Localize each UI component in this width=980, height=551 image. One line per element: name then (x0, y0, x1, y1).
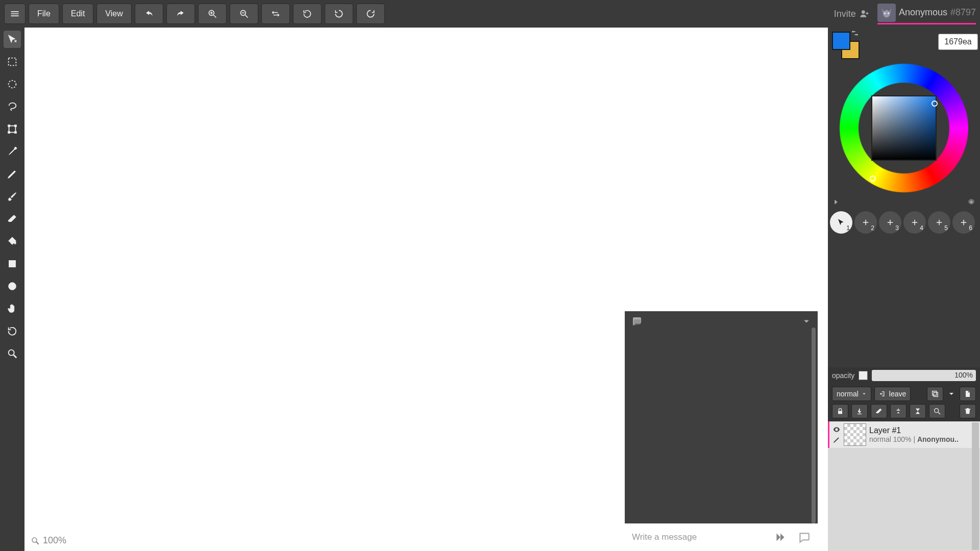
view-menu[interactable]: View (96, 4, 131, 24)
svg-line-28 (938, 412, 940, 414)
brush-icon (7, 191, 18, 202)
pencil-tool[interactable] (4, 165, 21, 183)
eraser-icon (875, 407, 883, 415)
svg-rect-10 (9, 58, 16, 66)
brush-slot-2[interactable]: 2 (854, 211, 877, 234)
edit-menu[interactable]: Edit (62, 4, 94, 24)
chevron-down-icon[interactable] (801, 316, 812, 327)
opacity-lock-checkbox[interactable] (859, 371, 868, 380)
clip-icon (855, 407, 864, 415)
chevron-right-icon[interactable] (832, 198, 840, 206)
invite-user-icon (859, 9, 869, 19)
layer-row[interactable]: Layer #1 normal 100% | Anonymou.. (828, 421, 980, 448)
zoom-out-button[interactable] (230, 4, 258, 24)
eraser-tool[interactable] (4, 210, 21, 228)
rect-select-tool[interactable] (4, 53, 21, 70)
layer-add-button[interactable] (890, 404, 906, 418)
hex-input[interactable] (938, 34, 978, 50)
layers-list: Layer #1 normal 100% | Anonymou.. (828, 421, 980, 551)
ellipse-select-tool[interactable] (4, 76, 21, 93)
sv-handle[interactable] (932, 101, 938, 107)
foreground-swatch[interactable] (832, 32, 850, 50)
opacity-slider[interactable]: 100% (872, 370, 976, 381)
reset-rotation-button[interactable] (293, 4, 322, 24)
layer-merge-button[interactable] (910, 404, 926, 418)
opacity-row: opacity 100% (828, 367, 980, 384)
blend-mode-dropdown[interactable]: normal (832, 387, 871, 401)
brush-slot-3[interactable]: 3 (879, 211, 901, 234)
rotate-view-tool[interactable] (4, 322, 21, 340)
layer-duplicate-button[interactable] (927, 387, 943, 401)
caret-down-icon (862, 391, 867, 396)
user-id: #8797 (950, 7, 976, 18)
zoom-out-icon (239, 9, 249, 19)
chat-messages[interactable] (625, 332, 818, 523)
double-chevron-right-icon (774, 531, 787, 544)
layer-lock-button[interactable] (832, 404, 848, 418)
layer-search-button[interactable] (929, 404, 945, 418)
chat-send-button[interactable] (774, 531, 787, 544)
layer-delete-button[interactable] (960, 404, 976, 418)
swap-colors-button[interactable] (850, 29, 860, 39)
swap-icon (850, 29, 860, 38)
rotate-ccw-button[interactable] (325, 4, 353, 24)
new-layer-button[interactable] (960, 387, 976, 401)
merge-icon (914, 407, 922, 415)
brush-slot-4[interactable]: 4 (903, 211, 926, 234)
redo-icon (176, 9, 186, 19)
chat-scrollbar[interactable] (812, 328, 816, 523)
ellipse-shape-tool[interactable] (4, 278, 21, 295)
svg-rect-16 (15, 132, 17, 134)
trash-icon (964, 407, 972, 415)
chat-toggle-button[interactable] (797, 531, 811, 544)
leave-button[interactable]: leave (874, 387, 911, 401)
eyedropper-tool[interactable] (4, 143, 21, 160)
invite-button[interactable]: Invite (834, 9, 869, 19)
user-chip[interactable]: Anonymous#8797 (877, 4, 976, 24)
ellipse-select-icon (7, 79, 18, 90)
zoom-in-button[interactable] (198, 4, 227, 24)
circle-icon (7, 281, 18, 292)
hamburger-menu-button[interactable] (4, 4, 26, 24)
svg-point-19 (9, 350, 14, 356)
brush-slot-1[interactable]: 1 (830, 211, 852, 234)
move-tool[interactable] (4, 31, 21, 48)
hand-icon (7, 303, 18, 314)
layers-scrollbar[interactable] (972, 422, 979, 550)
rotate-cw-button[interactable] (356, 4, 385, 24)
chat-input[interactable] (632, 532, 769, 542)
pencil-icon[interactable] (832, 436, 841, 444)
magnifier-icon (7, 348, 18, 359)
brush-slot-6[interactable]: 6 (952, 211, 975, 234)
hand-tool[interactable] (4, 300, 21, 317)
layer-clear-button[interactable] (871, 404, 887, 418)
chat-panel (625, 311, 818, 551)
transform-tool[interactable] (4, 120, 21, 138)
zoom-indicator[interactable]: 100% (31, 535, 66, 546)
saturation-value-box[interactable] (871, 95, 937, 161)
opacity-label: opacity (832, 371, 854, 380)
rect-shape-tool[interactable] (4, 255, 21, 272)
redo-button[interactable] (166, 4, 195, 24)
zoom-tool[interactable] (4, 345, 21, 362)
hue-handle[interactable] (870, 176, 876, 182)
undo-button[interactable] (135, 4, 163, 24)
layer-name: Layer #1 (869, 426, 977, 435)
brush-slot-5[interactable]: 5 (928, 211, 950, 234)
brush-tool[interactable] (4, 188, 21, 205)
color-wheel[interactable] (839, 63, 969, 193)
svg-line-20 (14, 355, 17, 358)
lasso-tool[interactable] (4, 98, 21, 115)
svg-point-18 (9, 283, 16, 290)
file-menu[interactable]: File (29, 4, 59, 24)
flip-button[interactable] (261, 4, 290, 24)
layer-dropdown-caret[interactable] (946, 387, 957, 401)
fill-tool[interactable] (4, 233, 21, 250)
layer-clip-button[interactable] (851, 404, 868, 418)
eyedropper-icon (7, 146, 18, 157)
rect-select-icon (7, 56, 18, 67)
gear-icon[interactable] (967, 197, 976, 207)
svg-point-27 (935, 409, 939, 413)
eye-icon[interactable] (832, 425, 841, 434)
chat-icon[interactable] (631, 315, 643, 328)
